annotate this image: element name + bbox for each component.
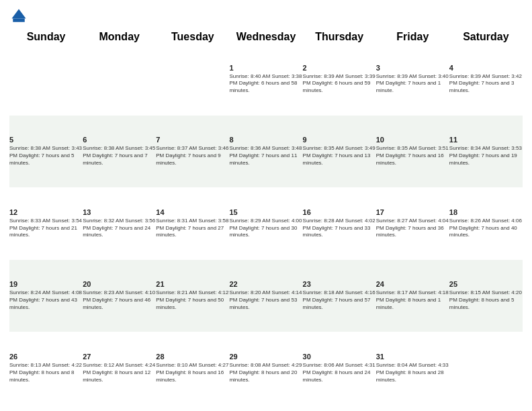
day-info: Sunrise: 8:39 AM Sunset: 3:40 PM Dayligh… bbox=[376, 73, 449, 95]
weekday-header-friday: Friday bbox=[376, 31, 449, 43]
weekday-header-monday: Monday bbox=[83, 31, 156, 43]
day-info: Sunrise: 8:08 AM Sunset: 4:29 PM Dayligh… bbox=[229, 362, 302, 383]
calendar-cell: 14Sunrise: 8:31 AM Sunset: 3:58 PM Dayli… bbox=[156, 187, 229, 260]
calendar-cell: 16Sunrise: 8:28 AM Sunset: 4:02 PM Dayli… bbox=[303, 187, 376, 260]
day-number: 31 bbox=[376, 353, 449, 361]
weekday-header-row: SundayMondayTuesdayWednesdayThursdayFrid… bbox=[9, 31, 523, 43]
day-info: Sunrise: 8:34 AM Sunset: 3:53 PM Dayligh… bbox=[449, 145, 523, 167]
header bbox=[9, 7, 523, 26]
calendar-cell: 17Sunrise: 8:27 AM Sunset: 4:04 PM Dayli… bbox=[376, 187, 449, 260]
day-info: Sunrise: 8:29 AM Sunset: 4:00 PM Dayligh… bbox=[229, 218, 302, 239]
svg-marker-0 bbox=[12, 9, 26, 19]
day-number: 22 bbox=[229, 280, 302, 288]
calendar-cell: 22Sunrise: 8:20 AM Sunset: 4:14 PM Dayli… bbox=[229, 260, 302, 332]
day-number: 8 bbox=[229, 136, 302, 144]
page: SundayMondayTuesdayWednesdayThursdayFrid… bbox=[0, 0, 532, 411]
day-number: 6 bbox=[83, 136, 156, 144]
calendar-cell bbox=[449, 332, 523, 404]
day-info: Sunrise: 8:32 AM Sunset: 3:56 PM Dayligh… bbox=[83, 218, 156, 239]
day-number: 23 bbox=[303, 280, 376, 288]
calendar-week-3: 19Sunrise: 8:24 AM Sunset: 4:08 PM Dayli… bbox=[9, 260, 523, 332]
day-info: Sunrise: 8:35 AM Sunset: 3:51 PM Dayligh… bbox=[376, 145, 449, 167]
calendar-cell: 23Sunrise: 8:18 AM Sunset: 4:16 PM Dayli… bbox=[303, 260, 376, 332]
calendar-week-1: 5Sunrise: 8:38 AM Sunset: 3:43 PM Daylig… bbox=[9, 116, 523, 188]
calendar-cell: 27Sunrise: 8:12 AM Sunset: 4:24 PM Dayli… bbox=[83, 332, 156, 404]
calendar-cell bbox=[156, 43, 229, 116]
day-number: 10 bbox=[376, 136, 449, 144]
day-info: Sunrise: 8:04 AM Sunset: 4:33 PM Dayligh… bbox=[376, 362, 449, 383]
day-number: 3 bbox=[376, 64, 449, 72]
calendar-cell: 10Sunrise: 8:35 AM Sunset: 3:51 PM Dayli… bbox=[376, 116, 449, 188]
day-number: 9 bbox=[303, 136, 376, 144]
day-number: 13 bbox=[83, 208, 156, 216]
day-number: 28 bbox=[156, 353, 229, 361]
day-number: 29 bbox=[229, 353, 302, 361]
calendar-cell: 8Sunrise: 8:36 AM Sunset: 3:48 PM Daylig… bbox=[229, 116, 302, 188]
day-number: 26 bbox=[9, 353, 83, 361]
day-number: 2 bbox=[303, 64, 376, 72]
weekday-header-tuesday: Tuesday bbox=[156, 31, 229, 43]
day-number: 15 bbox=[229, 208, 302, 216]
day-number: 21 bbox=[156, 280, 229, 288]
day-info: Sunrise: 8:23 AM Sunset: 4:10 PM Dayligh… bbox=[83, 289, 156, 311]
calendar-cell: 30Sunrise: 8:06 AM Sunset: 4:31 PM Dayli… bbox=[303, 332, 376, 404]
day-info: Sunrise: 8:39 AM Sunset: 3:42 PM Dayligh… bbox=[449, 73, 523, 95]
day-info: Sunrise: 8:36 AM Sunset: 3:48 PM Dayligh… bbox=[229, 145, 302, 167]
day-number: 18 bbox=[449, 208, 523, 216]
day-info: Sunrise: 8:28 AM Sunset: 4:02 PM Dayligh… bbox=[303, 218, 376, 239]
calendar-cell: 20Sunrise: 8:23 AM Sunset: 4:10 PM Dayli… bbox=[83, 260, 156, 332]
day-info: Sunrise: 8:06 AM Sunset: 4:31 PM Dayligh… bbox=[303, 362, 376, 383]
day-info: Sunrise: 8:37 AM Sunset: 3:46 PM Dayligh… bbox=[156, 145, 229, 167]
day-info: Sunrise: 8:26 AM Sunset: 4:06 PM Dayligh… bbox=[449, 218, 523, 239]
day-info: Sunrise: 8:40 AM Sunset: 3:38 PM Dayligh… bbox=[229, 73, 302, 95]
day-number: 19 bbox=[9, 280, 83, 288]
day-info: Sunrise: 8:18 AM Sunset: 4:16 PM Dayligh… bbox=[303, 289, 376, 311]
calendar-cell: 5Sunrise: 8:38 AM Sunset: 3:43 PM Daylig… bbox=[9, 116, 83, 188]
calendar-cell: 29Sunrise: 8:08 AM Sunset: 4:29 PM Dayli… bbox=[229, 332, 302, 404]
weekday-header-thursday: Thursday bbox=[303, 31, 376, 43]
calendar-cell: 24Sunrise: 8:17 AM Sunset: 4:18 PM Dayli… bbox=[376, 260, 449, 332]
weekday-header-sunday: Sunday bbox=[9, 31, 83, 43]
calendar-cell: 18Sunrise: 8:26 AM Sunset: 4:06 PM Dayli… bbox=[449, 187, 523, 260]
calendar-cell: 28Sunrise: 8:10 AM Sunset: 4:27 PM Dayli… bbox=[156, 332, 229, 404]
day-number: 30 bbox=[303, 353, 376, 361]
day-number: 20 bbox=[83, 280, 156, 288]
day-number: 4 bbox=[449, 64, 523, 72]
calendar-cell: 3Sunrise: 8:39 AM Sunset: 3:40 PM Daylig… bbox=[376, 43, 449, 116]
day-info: Sunrise: 8:27 AM Sunset: 4:04 PM Dayligh… bbox=[376, 218, 449, 239]
calendar-week-2: 12Sunrise: 8:33 AM Sunset: 3:54 PM Dayli… bbox=[9, 187, 523, 260]
calendar-week-4: 26Sunrise: 8:13 AM Sunset: 4:22 PM Dayli… bbox=[9, 332, 523, 404]
logo-icon bbox=[9, 7, 28, 26]
day-info: Sunrise: 8:35 AM Sunset: 3:49 PM Dayligh… bbox=[303, 145, 376, 167]
day-info: Sunrise: 8:15 AM Sunset: 4:20 PM Dayligh… bbox=[449, 289, 523, 311]
calendar-cell: 2Sunrise: 8:39 AM Sunset: 3:39 PM Daylig… bbox=[303, 43, 376, 116]
day-info: Sunrise: 8:24 AM Sunset: 4:08 PM Dayligh… bbox=[9, 289, 83, 311]
day-number: 7 bbox=[156, 136, 229, 144]
weekday-header-wednesday: Wednesday bbox=[229, 31, 302, 43]
day-number: 1 bbox=[229, 64, 302, 72]
logo bbox=[9, 7, 31, 26]
calendar-cell bbox=[83, 43, 156, 116]
day-number: 17 bbox=[376, 208, 449, 216]
calendar-cell: 21Sunrise: 8:21 AM Sunset: 4:12 PM Dayli… bbox=[156, 260, 229, 332]
day-info: Sunrise: 8:13 AM Sunset: 4:22 PM Dayligh… bbox=[9, 362, 83, 383]
calendar-cell: 13Sunrise: 8:32 AM Sunset: 3:56 PM Dayli… bbox=[83, 187, 156, 260]
day-info: Sunrise: 8:12 AM Sunset: 4:24 PM Dayligh… bbox=[83, 362, 156, 383]
calendar-cell: 25Sunrise: 8:15 AM Sunset: 4:20 PM Dayli… bbox=[449, 260, 523, 332]
day-number: 24 bbox=[376, 280, 449, 288]
day-info: Sunrise: 8:31 AM Sunset: 3:58 PM Dayligh… bbox=[156, 218, 229, 239]
calendar-cell: 9Sunrise: 8:35 AM Sunset: 3:49 PM Daylig… bbox=[303, 116, 376, 188]
calendar-cell: 12Sunrise: 8:33 AM Sunset: 3:54 PM Dayli… bbox=[9, 187, 83, 260]
calendar-cell: 11Sunrise: 8:34 AM Sunset: 3:53 PM Dayli… bbox=[449, 116, 523, 188]
calendar-cell: 1Sunrise: 8:40 AM Sunset: 3:38 PM Daylig… bbox=[229, 43, 302, 116]
day-info: Sunrise: 8:21 AM Sunset: 4:12 PM Dayligh… bbox=[156, 289, 229, 311]
day-number: 12 bbox=[9, 208, 83, 216]
day-number: 16 bbox=[303, 208, 376, 216]
calendar-cell: 31Sunrise: 8:04 AM Sunset: 4:33 PM Dayli… bbox=[376, 332, 449, 404]
calendar-cell bbox=[9, 43, 83, 116]
day-info: Sunrise: 8:17 AM Sunset: 4:18 PM Dayligh… bbox=[376, 289, 449, 311]
calendar-cell: 26Sunrise: 8:13 AM Sunset: 4:22 PM Dayli… bbox=[9, 332, 83, 404]
weekday-header-saturday: Saturday bbox=[449, 31, 523, 43]
day-info: Sunrise: 8:39 AM Sunset: 3:39 PM Dayligh… bbox=[303, 73, 376, 95]
day-info: Sunrise: 8:33 AM Sunset: 3:54 PM Dayligh… bbox=[9, 218, 83, 239]
